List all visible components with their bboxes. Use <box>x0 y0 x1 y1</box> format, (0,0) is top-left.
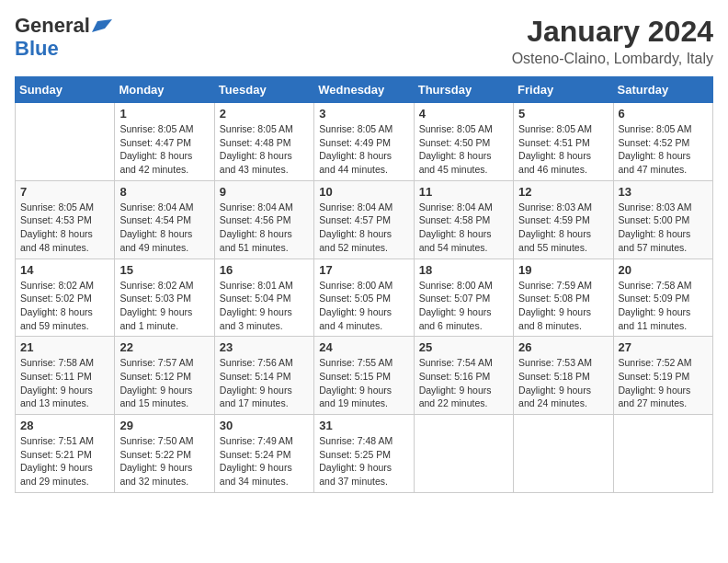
calendar-cell: 14Sunrise: 8:02 AMSunset: 5:02 PMDayligh… <box>16 259 115 337</box>
calendar-week-4: 21Sunrise: 7:58 AMSunset: 5:11 PMDayligh… <box>16 337 713 415</box>
day-info: Sunrise: 8:00 AMSunset: 5:07 PMDaylight:… <box>419 279 508 333</box>
calendar-cell <box>414 415 513 493</box>
calendar-week-5: 28Sunrise: 7:51 AMSunset: 5:21 PMDayligh… <box>16 415 713 493</box>
calendar-cell: 2Sunrise: 8:05 AMSunset: 4:48 PMDaylight… <box>214 103 313 181</box>
day-number: 15 <box>119 263 209 277</box>
day-info: Sunrise: 8:01 AMSunset: 5:04 PMDaylight:… <box>220 279 309 333</box>
day-info: Sunrise: 7:48 AMSunset: 5:25 PMDaylight:… <box>319 434 408 488</box>
day-number: 14 <box>20 263 109 277</box>
day-info: Sunrise: 8:05 AMSunset: 4:50 PMDaylight:… <box>419 122 508 177</box>
day-number: 6 <box>619 107 708 121</box>
calendar-header: SundayMondayTuesdayWednesdayThursdayFrid… <box>16 77 713 103</box>
day-number: 9 <box>220 185 309 199</box>
calendar-cell <box>16 103 115 181</box>
calendar-cell: 25Sunrise: 7:54 AMSunset: 5:16 PMDayligh… <box>414 337 513 415</box>
weekday-friday: Friday <box>514 77 613 103</box>
day-number: 31 <box>319 419 408 432</box>
calendar-week-3: 14Sunrise: 8:02 AMSunset: 5:02 PMDayligh… <box>16 259 713 337</box>
svg-marker-0 <box>92 19 112 32</box>
day-info: Sunrise: 7:59 AMSunset: 5:08 PMDaylight:… <box>518 279 608 333</box>
day-info: Sunrise: 7:49 AMSunset: 5:24 PMDaylight:… <box>220 434 309 488</box>
day-number: 24 <box>319 340 408 354</box>
day-number: 5 <box>518 107 608 121</box>
calendar-cell: 13Sunrise: 8:03 AMSunset: 5:00 PMDayligh… <box>613 180 712 259</box>
day-number: 22 <box>119 340 209 354</box>
day-number: 30 <box>220 419 309 432</box>
calendar-cell: 24Sunrise: 7:55 AMSunset: 5:15 PMDayligh… <box>314 337 414 415</box>
day-info: Sunrise: 7:57 AMSunset: 5:12 PMDaylight:… <box>119 356 209 410</box>
day-info: Sunrise: 8:04 AMSunset: 4:57 PMDaylight:… <box>319 201 408 255</box>
calendar-cell: 3Sunrise: 8:05 AMSunset: 4:49 PMDaylight… <box>314 103 414 181</box>
calendar-cell: 4Sunrise: 8:05 AMSunset: 4:50 PMDaylight… <box>414 103 513 181</box>
calendar-cell: 27Sunrise: 7:52 AMSunset: 5:19 PMDayligh… <box>613 337 712 415</box>
day-info: Sunrise: 8:05 AMSunset: 4:48 PMDaylight:… <box>220 122 309 177</box>
calendar-cell: 29Sunrise: 7:50 AMSunset: 5:22 PMDayligh… <box>115 415 214 493</box>
day-number: 17 <box>319 263 408 277</box>
calendar-cell: 15Sunrise: 8:02 AMSunset: 5:03 PMDayligh… <box>115 259 214 337</box>
title-section: January 2024 Osteno-Claino, Lombardy, It… <box>512 15 713 67</box>
day-number: 18 <box>419 263 508 277</box>
day-info: Sunrise: 8:05 AMSunset: 4:52 PMDaylight:… <box>619 122 708 177</box>
calendar-cell: 31Sunrise: 7:48 AMSunset: 5:25 PMDayligh… <box>314 415 414 493</box>
day-number: 28 <box>20 419 109 432</box>
calendar-cell: 8Sunrise: 8:04 AMSunset: 4:54 PMDaylight… <box>115 180 214 259</box>
weekday-wednesday: Wednesday <box>314 77 414 103</box>
day-info: Sunrise: 8:05 AMSunset: 4:53 PMDaylight:… <box>20 201 109 255</box>
day-number: 11 <box>419 185 508 199</box>
day-info: Sunrise: 7:58 AMSunset: 5:11 PMDaylight:… <box>20 356 109 410</box>
day-info: Sunrise: 8:04 AMSunset: 4:58 PMDaylight:… <box>419 201 508 255</box>
day-info: Sunrise: 8:03 AMSunset: 5:00 PMDaylight:… <box>619 201 708 255</box>
day-number: 26 <box>518 340 608 354</box>
day-info: Sunrise: 8:02 AMSunset: 5:02 PMDaylight:… <box>20 279 109 333</box>
calendar-cell: 1Sunrise: 8:05 AMSunset: 4:47 PMDaylight… <box>115 103 214 181</box>
day-info: Sunrise: 8:02 AMSunset: 5:03 PMDaylight:… <box>119 279 209 333</box>
day-number: 20 <box>619 263 708 277</box>
calendar-cell: 7Sunrise: 8:05 AMSunset: 4:53 PMDaylight… <box>16 180 115 259</box>
day-number: 19 <box>518 263 608 277</box>
day-info: Sunrise: 7:56 AMSunset: 5:14 PMDaylight:… <box>220 356 309 410</box>
day-info: Sunrise: 8:05 AMSunset: 4:47 PMDaylight:… <box>119 122 209 177</box>
calendar-cell: 30Sunrise: 7:49 AMSunset: 5:24 PMDayligh… <box>214 415 313 493</box>
day-number: 10 <box>319 185 408 199</box>
day-info: Sunrise: 8:03 AMSunset: 4:59 PMDaylight:… <box>518 201 608 255</box>
day-number: 1 <box>119 107 209 121</box>
calendar-cell: 9Sunrise: 8:04 AMSunset: 4:56 PMDaylight… <box>214 180 313 259</box>
calendar-body: 1Sunrise: 8:05 AMSunset: 4:47 PMDaylight… <box>16 103 713 493</box>
weekday-tuesday: Tuesday <box>214 77 313 103</box>
day-info: Sunrise: 8:05 AMSunset: 4:51 PMDaylight:… <box>518 122 608 177</box>
calendar-cell: 22Sunrise: 7:57 AMSunset: 5:12 PMDayligh… <box>115 337 214 415</box>
calendar-cell: 6Sunrise: 8:05 AMSunset: 4:52 PMDaylight… <box>613 103 712 181</box>
day-info: Sunrise: 7:50 AMSunset: 5:22 PMDaylight:… <box>119 434 209 488</box>
logo-blue: Blue <box>15 37 59 60</box>
logo: General Blue <box>15 15 114 60</box>
day-info: Sunrise: 7:52 AMSunset: 5:19 PMDaylight:… <box>619 356 708 410</box>
day-number: 8 <box>119 185 209 199</box>
calendar-cell: 21Sunrise: 7:58 AMSunset: 5:11 PMDayligh… <box>16 337 115 415</box>
weekday-saturday: Saturday <box>613 77 712 103</box>
logo-general: General <box>15 14 90 37</box>
calendar-cell: 16Sunrise: 8:01 AMSunset: 5:04 PMDayligh… <box>214 259 313 337</box>
calendar-cell: 23Sunrise: 7:56 AMSunset: 5:14 PMDayligh… <box>214 337 313 415</box>
day-number: 12 <box>518 185 608 199</box>
calendar-cell: 10Sunrise: 8:04 AMSunset: 4:57 PMDayligh… <box>314 180 414 259</box>
weekday-header-row: SundayMondayTuesdayWednesdayThursdayFrid… <box>16 77 713 103</box>
location-subtitle: Osteno-Claino, Lombardy, Italy <box>512 51 713 67</box>
month-title: January 2024 <box>512 15 713 49</box>
day-info: Sunrise: 8:00 AMSunset: 5:05 PMDaylight:… <box>319 279 408 333</box>
calendar-week-1: 1Sunrise: 8:05 AMSunset: 4:47 PMDaylight… <box>16 103 713 181</box>
calendar-cell: 5Sunrise: 8:05 AMSunset: 4:51 PMDaylight… <box>514 103 613 181</box>
day-info: Sunrise: 7:53 AMSunset: 5:18 PMDaylight:… <box>518 356 608 410</box>
weekday-sunday: Sunday <box>16 77 115 103</box>
day-number: 16 <box>220 263 309 277</box>
day-number: 27 <box>619 340 708 354</box>
calendar-cell: 17Sunrise: 8:00 AMSunset: 5:05 PMDayligh… <box>314 259 414 337</box>
day-number: 2 <box>220 107 309 121</box>
day-info: Sunrise: 7:51 AMSunset: 5:21 PMDaylight:… <box>20 434 109 488</box>
day-number: 13 <box>619 185 708 199</box>
calendar-week-2: 7Sunrise: 8:05 AMSunset: 4:53 PMDaylight… <box>16 180 713 259</box>
weekday-monday: Monday <box>115 77 214 103</box>
day-number: 4 <box>419 107 508 121</box>
day-info: Sunrise: 8:05 AMSunset: 4:49 PMDaylight:… <box>319 122 408 177</box>
calendar-cell: 19Sunrise: 7:59 AMSunset: 5:08 PMDayligh… <box>514 259 613 337</box>
day-number: 7 <box>20 185 109 199</box>
